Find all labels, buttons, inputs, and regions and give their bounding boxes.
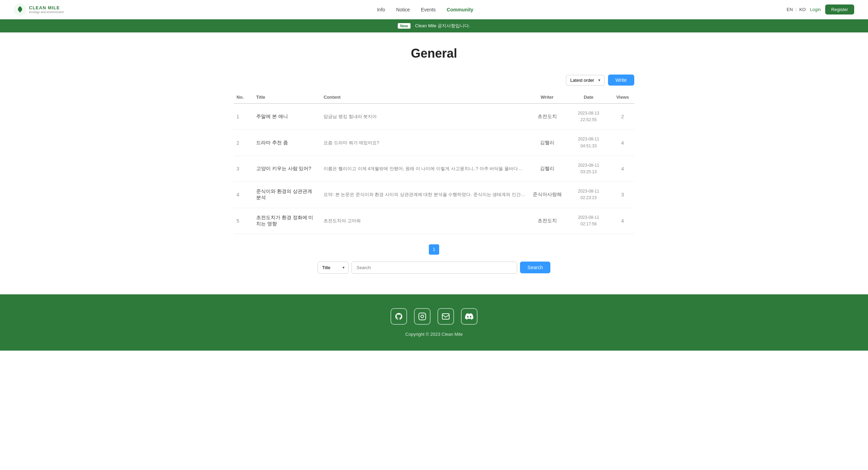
logo-icon xyxy=(14,3,26,16)
cell-no: 2 xyxy=(234,130,253,156)
announcement-text: Clean Mile 공지사항입니다. xyxy=(415,23,470,28)
cell-writer: 김쨀리 xyxy=(528,156,566,182)
table-row[interactable]: 3 고양이 키우는 사람 있어? 이름은 쨀리이고 이제 4개월밖에 안됐어, … xyxy=(234,156,634,182)
cell-writer: 김쨀리 xyxy=(528,130,566,156)
cell-date: 2023-08-1103:25:13 xyxy=(566,156,611,182)
cell-no: 5 xyxy=(234,208,253,234)
cell-date: 2023-08-1102:23:23 xyxy=(566,182,611,208)
main-content: General Latest order Old order Write No.… xyxy=(227,32,641,294)
col-header-views: Views xyxy=(611,91,634,104)
email-icon xyxy=(442,312,450,321)
search-category-wrapper: Title Content Writer xyxy=(318,262,349,274)
logo-text-container: CLEAN MILE ecology and environment xyxy=(29,5,64,14)
col-header-title: Title xyxy=(253,91,321,104)
login-button[interactable]: Login xyxy=(810,7,821,12)
svg-rect-4 xyxy=(442,314,449,319)
logo-sub: ecology and environment xyxy=(29,10,64,14)
nav-item-community[interactable]: Community xyxy=(447,7,473,12)
table-header: No. Title Content Writer Date Views xyxy=(234,91,634,104)
svg-point-2 xyxy=(421,315,424,318)
discord-icon-button[interactable] xyxy=(461,308,478,325)
cell-title: 초전도치가 환경 정화에 미치는 영향 xyxy=(253,208,321,234)
cell-content: 요즘 드라마 뭐가 재밌어요? xyxy=(321,130,528,156)
cell-writer: 초전도치 xyxy=(528,208,566,234)
cell-writer: 준식아사랑해 xyxy=(528,182,566,208)
table-row[interactable]: 1 주말에 본 애니 암금님 랭킹 힘내라 붓지아 초전도치 2023-08-1… xyxy=(234,104,634,130)
cell-content: 암금님 랭킹 힘내라 붓지아 xyxy=(321,104,528,130)
cell-no: 3 xyxy=(234,156,253,182)
footer-icons xyxy=(7,308,861,325)
cell-views: 3 xyxy=(611,182,634,208)
col-header-content: Content xyxy=(321,91,528,104)
table-body: 1 주말에 본 애니 암금님 랭킹 힘내라 붓지아 초전도치 2023-08-1… xyxy=(234,104,634,234)
announcement-bar: New Clean Mile 공지사항입니다. xyxy=(0,19,868,32)
cell-content: 초전도치야 고마워 xyxy=(321,208,528,234)
cell-views: 4 xyxy=(611,156,634,182)
svg-rect-1 xyxy=(419,313,426,320)
table-row[interactable]: 5 초전도치가 환경 정화에 미치는 영향 초전도치야 고마워 초전도치 202… xyxy=(234,208,634,234)
cell-views: 4 xyxy=(611,208,634,234)
cell-no: 1 xyxy=(234,104,253,130)
email-icon-button[interactable] xyxy=(437,308,454,325)
page-btn-1[interactable]: 1 xyxy=(429,244,439,255)
footer: Copyright © 2023 Clean Mile xyxy=(0,294,868,351)
search-input[interactable] xyxy=(351,262,517,274)
cell-content: 요약: 본 논문은 준식이와 환경 사이의 상관관계에 대한 분석을 수행하였다… xyxy=(321,182,528,208)
cell-date: 2023-08-1102:17:56 xyxy=(566,208,611,234)
instagram-icon-button[interactable] xyxy=(414,308,431,325)
footer-copyright: Copyright © 2023 Clean Mile xyxy=(7,332,861,337)
search-category-select[interactable]: Title Content Writer xyxy=(318,262,349,274)
search-button[interactable]: Search xyxy=(520,262,550,273)
svg-point-3 xyxy=(424,314,425,315)
register-button[interactable]: Register xyxy=(825,4,854,14)
cell-content: 이름은 쨀리이고 이제 4개월밖에 안됐어, 원래 이 나이에 이렇게 사고뭉치… xyxy=(321,156,528,182)
page-title: General xyxy=(234,46,634,61)
github-icon xyxy=(395,312,403,321)
pagination: 1 xyxy=(234,244,634,255)
sort-wrapper: Latest order Old order xyxy=(566,75,605,86)
nav-item-info[interactable]: Info xyxy=(377,7,385,12)
cell-writer: 초전도치 xyxy=(528,104,566,130)
sort-select[interactable]: Latest order Old order xyxy=(566,75,605,86)
cell-views: 4 xyxy=(611,130,634,156)
board-table: No. Title Content Writer Date Views 1 주말… xyxy=(234,91,634,234)
github-icon-button[interactable] xyxy=(390,308,407,325)
announcement-badge: New xyxy=(398,23,411,29)
table-row[interactable]: 2 드라마 추천 좀 요즘 드라마 뭐가 재밌어요? 김쨀리 2023-08-1… xyxy=(234,130,634,156)
nav-item-notice[interactable]: Notice xyxy=(396,7,410,12)
cell-no: 4 xyxy=(234,182,253,208)
lang-en[interactable]: EN xyxy=(787,7,793,12)
logo[interactable]: CLEAN MILE ecology and environment xyxy=(14,3,64,16)
nav-right: EN | KO Login Register xyxy=(787,4,854,14)
cell-title: 주말에 본 애니 xyxy=(253,104,321,130)
toolbar: Latest order Old order Write xyxy=(234,75,634,86)
language-switcher: EN | KO xyxy=(787,7,806,12)
nav-item-events[interactable]: Events xyxy=(421,7,436,12)
lang-ko[interactable]: KO xyxy=(799,7,806,12)
cell-views: 2 xyxy=(611,104,634,130)
cell-date: 2023-08-1104:51:33 xyxy=(566,130,611,156)
search-bar: Title Content Writer Search xyxy=(234,262,634,274)
cell-date: 2023-08-1322:52:55 xyxy=(566,104,611,130)
header: CLEAN MILE ecology and environment Info … xyxy=(0,0,868,19)
main-nav: Info Notice Events Community xyxy=(377,7,473,12)
cell-title: 고양이 키우는 사람 있어? xyxy=(253,156,321,182)
instagram-icon xyxy=(418,312,426,321)
col-header-date: Date xyxy=(566,91,611,104)
lang-sep: | xyxy=(795,7,797,12)
col-header-writer: Writer xyxy=(528,91,566,104)
discord-icon xyxy=(465,312,473,321)
col-header-no: No. xyxy=(234,91,253,104)
cell-title: 드라마 추천 좀 xyxy=(253,130,321,156)
write-button[interactable]: Write xyxy=(608,75,634,86)
table-row[interactable]: 4 준식이와 환경의 상관관계 분석 요약: 본 논문은 준식이와 환경 사이의… xyxy=(234,182,634,208)
logo-title: CLEAN MILE xyxy=(29,5,64,10)
cell-title: 준식이와 환경의 상관관계 분석 xyxy=(253,182,321,208)
